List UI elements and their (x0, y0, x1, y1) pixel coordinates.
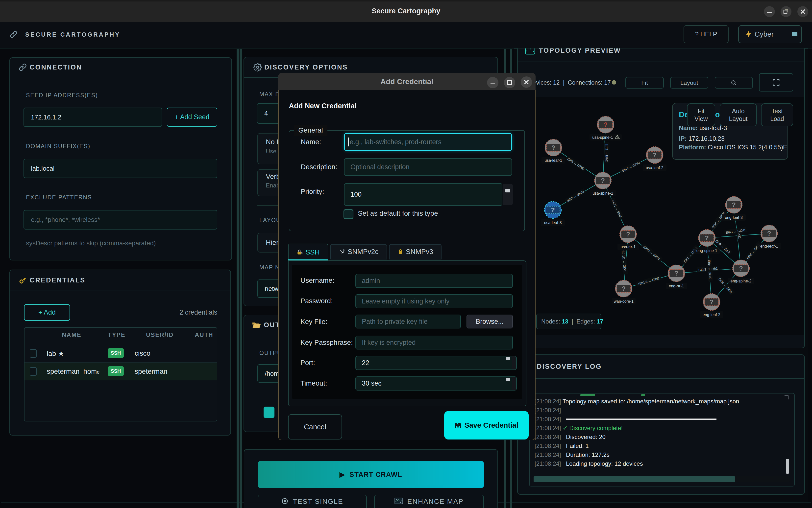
svg-text:?: ? (675, 269, 678, 277)
svg-text:eng-spine-1: eng-spine-1 (696, 249, 718, 253)
svg-text:?: ? (601, 177, 605, 184)
svg-text:Eth2 ↔ Eth2: Eth2 ↔ Eth2 (605, 143, 609, 162)
svg-text:Gi0/3 ↔ Gi0/0: Gi0/3 ↔ Gi0/0 (643, 245, 660, 261)
svg-text:usa-rtr-1: usa-rtr-1 (621, 245, 636, 249)
svg-text:eng-leaf-3: eng-leaf-3 (725, 215, 743, 220)
svg-text:?: ? (626, 230, 630, 238)
svg-text:?: ? (709, 298, 714, 306)
svg-text:?: ? (552, 144, 555, 152)
svg-text:?: ? (705, 234, 709, 242)
svg-text:wan-core-1: wan-core-1 (613, 299, 634, 303)
svg-text:?: ? (653, 152, 657, 159)
svg-text:Eth3 ↔ Gi0/0: Eth3 ↔ Gi0/0 (566, 190, 585, 203)
svg-text:eng-leaf-2: eng-leaf-2 (703, 312, 721, 317)
svg-text:usa-leaf-3: usa-leaf-3 (544, 221, 562, 225)
svg-text:Eth4 ↔ Gi0/0: Eth4 ↔ Gi0/0 (621, 161, 641, 173)
svg-text:usa-leaf-1: usa-leaf-1 (544, 158, 562, 163)
svg-text:eng-rtr-1: eng-rtr-1 (669, 284, 684, 288)
svg-text:?: ? (767, 230, 771, 237)
svg-text:Gi0/1 ↔ Eth6: Gi0/1 ↔ Eth6 (611, 199, 623, 218)
svg-text:eng-leaf-1: eng-leaf-1 (760, 244, 778, 248)
svg-text:?: ? (551, 206, 555, 214)
svg-text:Eth5 ↔ Gi0/0: Eth5 ↔ Gi0/0 (567, 157, 585, 171)
svg-text:?: ? (739, 265, 743, 272)
svg-text:usa-spine-1: usa-spine-1 (592, 135, 613, 139)
svg-text:?: ? (732, 201, 736, 209)
svg-text:usa-spine-2: usa-spine-2 (593, 191, 613, 196)
svg-text:?: ? (622, 285, 626, 292)
svg-text:usa-leaf-2: usa-leaf-2 (646, 166, 663, 170)
svg-text:eng-spine-2: eng-spine-2 (731, 279, 752, 283)
svg-text:?: ? (604, 121, 608, 128)
